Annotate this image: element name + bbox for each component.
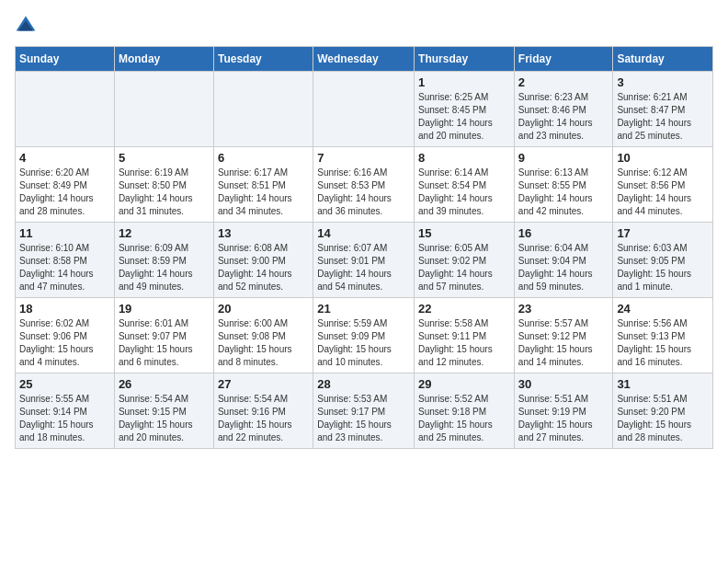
day-cell: 20Sunrise: 6:00 AM Sunset: 9:08 PM Dayli…	[213, 298, 313, 373]
day-cell	[213, 72, 313, 147]
day-number: 16	[518, 226, 609, 240]
day-info: Sunrise: 6:08 AM Sunset: 9:00 PM Dayligh…	[218, 242, 309, 293]
day-number: 21	[317, 302, 410, 316]
day-info: Sunrise: 5:53 AM Sunset: 9:17 PM Dayligh…	[317, 393, 410, 444]
day-number: 23	[518, 302, 609, 316]
day-info: Sunrise: 5:58 AM Sunset: 9:11 PM Dayligh…	[418, 317, 510, 369]
day-number: 24	[617, 302, 709, 316]
day-info: Sunrise: 5:54 AM Sunset: 9:15 PM Dayligh…	[119, 393, 210, 444]
day-cell: 1Sunrise: 6:25 AM Sunset: 8:45 PM Daylig…	[415, 72, 515, 147]
day-cell: 9Sunrise: 6:13 AM Sunset: 8:55 PM Daylig…	[514, 147, 613, 223]
day-number: 8	[418, 151, 510, 165]
day-info: Sunrise: 5:55 AM Sunset: 9:14 PM Dayligh…	[19, 393, 110, 444]
day-cell: 6Sunrise: 6:17 AM Sunset: 8:51 PM Daylig…	[213, 147, 313, 223]
calendar-body: 1Sunrise: 6:25 AM Sunset: 8:45 PM Daylig…	[16, 72, 713, 449]
day-info: Sunrise: 6:10 AM Sunset: 8:58 PM Dayligh…	[19, 242, 110, 293]
day-cell: 31Sunrise: 5:51 AM Sunset: 9:20 PM Dayli…	[613, 373, 713, 449]
day-number: 1	[418, 75, 510, 89]
day-info: Sunrise: 6:13 AM Sunset: 8:55 PM Dayligh…	[518, 167, 609, 218]
day-cell: 30Sunrise: 5:51 AM Sunset: 9:19 PM Dayli…	[514, 373, 613, 449]
day-info: Sunrise: 5:56 AM Sunset: 9:13 PM Dayligh…	[617, 317, 709, 369]
day-number: 18	[19, 302, 110, 316]
day-cell: 29Sunrise: 5:52 AM Sunset: 9:18 PM Dayli…	[415, 373, 515, 449]
day-cell: 22Sunrise: 5:58 AM Sunset: 9:11 PM Dayli…	[415, 298, 515, 373]
day-cell: 24Sunrise: 5:56 AM Sunset: 9:13 PM Dayli…	[613, 298, 713, 373]
day-number: 4	[19, 151, 110, 165]
day-cell	[16, 72, 115, 147]
page-header	[15, 15, 713, 37]
day-number: 7	[317, 151, 410, 165]
day-number: 28	[317, 377, 410, 391]
day-cell: 2Sunrise: 6:23 AM Sunset: 8:46 PM Daylig…	[514, 72, 613, 147]
day-info: Sunrise: 6:09 AM Sunset: 8:59 PM Dayligh…	[119, 242, 210, 293]
logo-icon	[15, 15, 37, 37]
day-info: Sunrise: 5:51 AM Sunset: 9:19 PM Dayligh…	[518, 393, 609, 444]
day-number: 30	[518, 377, 609, 391]
day-cell: 10Sunrise: 6:12 AM Sunset: 8:56 PM Dayli…	[613, 147, 713, 223]
day-number: 3	[617, 75, 709, 89]
day-cell: 11Sunrise: 6:10 AM Sunset: 8:58 PM Dayli…	[16, 223, 115, 298]
header-cell-friday: Friday	[514, 47, 613, 72]
day-info: Sunrise: 5:52 AM Sunset: 9:18 PM Dayligh…	[418, 393, 510, 444]
day-number: 11	[19, 226, 110, 240]
header-cell-monday: Monday	[114, 47, 213, 72]
day-number: 29	[418, 377, 510, 391]
day-info: Sunrise: 6:07 AM Sunset: 9:01 PM Dayligh…	[317, 242, 410, 293]
day-number: 6	[218, 151, 309, 165]
day-cell: 14Sunrise: 6:07 AM Sunset: 9:01 PM Dayli…	[313, 223, 415, 298]
day-cell: 16Sunrise: 6:04 AM Sunset: 9:04 PM Dayli…	[514, 223, 613, 298]
week-row-5: 25Sunrise: 5:55 AM Sunset: 9:14 PM Dayli…	[16, 373, 713, 449]
day-cell: 21Sunrise: 5:59 AM Sunset: 9:09 PM Dayli…	[313, 298, 415, 373]
day-info: Sunrise: 5:59 AM Sunset: 9:09 PM Dayligh…	[317, 317, 410, 369]
day-number: 19	[119, 302, 210, 316]
day-info: Sunrise: 6:01 AM Sunset: 9:07 PM Dayligh…	[119, 317, 210, 369]
day-cell: 8Sunrise: 6:14 AM Sunset: 8:54 PM Daylig…	[415, 147, 515, 223]
day-info: Sunrise: 6:16 AM Sunset: 8:53 PM Dayligh…	[317, 167, 410, 218]
day-info: Sunrise: 6:02 AM Sunset: 9:06 PM Dayligh…	[19, 317, 110, 369]
day-cell	[114, 72, 213, 147]
day-info: Sunrise: 6:21 AM Sunset: 8:47 PM Dayligh…	[617, 91, 709, 143]
day-number: 25	[19, 377, 110, 391]
week-row-1: 1Sunrise: 6:25 AM Sunset: 8:45 PM Daylig…	[16, 72, 713, 147]
calendar-table: SundayMondayTuesdayWednesdayThursdayFrid…	[15, 46, 713, 449]
day-number: 14	[317, 226, 410, 240]
day-number: 12	[119, 226, 210, 240]
day-cell: 3Sunrise: 6:21 AM Sunset: 8:47 PM Daylig…	[613, 72, 713, 147]
day-cell: 23Sunrise: 5:57 AM Sunset: 9:12 PM Dayli…	[514, 298, 613, 373]
day-cell: 12Sunrise: 6:09 AM Sunset: 8:59 PM Dayli…	[114, 223, 213, 298]
week-row-4: 18Sunrise: 6:02 AM Sunset: 9:06 PM Dayli…	[16, 298, 713, 373]
day-cell: 5Sunrise: 6:19 AM Sunset: 8:50 PM Daylig…	[114, 147, 213, 223]
day-info: Sunrise: 6:20 AM Sunset: 8:49 PM Dayligh…	[19, 167, 110, 218]
day-info: Sunrise: 6:19 AM Sunset: 8:50 PM Dayligh…	[119, 167, 210, 218]
day-cell	[313, 72, 415, 147]
day-cell: 28Sunrise: 5:53 AM Sunset: 9:17 PM Dayli…	[313, 373, 415, 449]
day-cell: 7Sunrise: 6:16 AM Sunset: 8:53 PM Daylig…	[313, 147, 415, 223]
day-cell: 27Sunrise: 5:54 AM Sunset: 9:16 PM Dayli…	[213, 373, 313, 449]
day-number: 26	[119, 377, 210, 391]
day-number: 2	[518, 75, 609, 89]
day-cell: 4Sunrise: 6:20 AM Sunset: 8:49 PM Daylig…	[16, 147, 115, 223]
day-number: 31	[617, 377, 709, 391]
header-cell-wednesday: Wednesday	[313, 47, 415, 72]
header-cell-sunday: Sunday	[16, 47, 115, 72]
day-number: 22	[418, 302, 510, 316]
day-info: Sunrise: 5:57 AM Sunset: 9:12 PM Dayligh…	[518, 317, 609, 369]
week-row-2: 4Sunrise: 6:20 AM Sunset: 8:49 PM Daylig…	[16, 147, 713, 223]
calendar-header: SundayMondayTuesdayWednesdayThursdayFrid…	[16, 47, 713, 72]
day-number: 17	[617, 226, 709, 240]
day-number: 5	[119, 151, 210, 165]
day-cell: 17Sunrise: 6:03 AM Sunset: 9:05 PM Dayli…	[613, 223, 713, 298]
day-cell: 13Sunrise: 6:08 AM Sunset: 9:00 PM Dayli…	[213, 223, 313, 298]
day-info: Sunrise: 5:51 AM Sunset: 9:20 PM Dayligh…	[617, 393, 709, 444]
header-cell-saturday: Saturday	[613, 47, 713, 72]
week-row-3: 11Sunrise: 6:10 AM Sunset: 8:58 PM Dayli…	[16, 223, 713, 298]
day-cell: 15Sunrise: 6:05 AM Sunset: 9:02 PM Dayli…	[415, 223, 515, 298]
logo	[15, 15, 39, 37]
day-number: 27	[218, 377, 309, 391]
day-number: 15	[418, 226, 510, 240]
day-info: Sunrise: 6:00 AM Sunset: 9:08 PM Dayligh…	[218, 317, 309, 369]
day-info: Sunrise: 6:03 AM Sunset: 9:05 PM Dayligh…	[617, 242, 709, 293]
day-info: Sunrise: 6:14 AM Sunset: 8:54 PM Dayligh…	[418, 167, 510, 218]
day-info: Sunrise: 5:54 AM Sunset: 9:16 PM Dayligh…	[218, 393, 309, 444]
day-info: Sunrise: 6:12 AM Sunset: 8:56 PM Dayligh…	[617, 167, 709, 218]
